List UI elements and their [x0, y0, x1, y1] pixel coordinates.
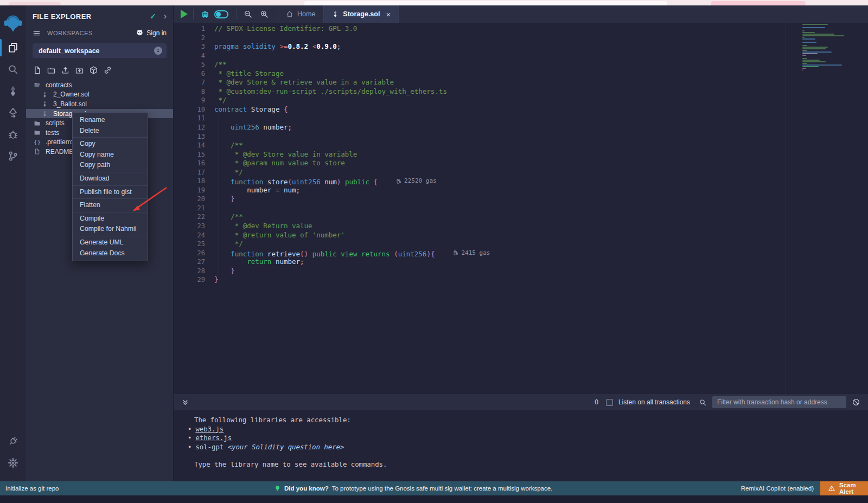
- check-icon[interactable]: ✓: [150, 12, 156, 21]
- code-line: 5/**: [174, 60, 868, 69]
- rail-item-plugin-manager[interactable]: [0, 430, 26, 452]
- ai-copilot-robot-icon[interactable]: [197, 5, 213, 23]
- line-number[interactable]: 20: [174, 195, 205, 204]
- copilot-toggle[interactable]: [214, 10, 228, 18]
- workspace-name: default_workspace: [39, 47, 154, 55]
- context-menu-compile[interactable]: Compile: [73, 214, 148, 224]
- zoom-in-button[interactable]: [256, 5, 272, 23]
- minimap[interactable]: [802, 24, 848, 71]
- code-line: 27 return number;: [174, 257, 868, 267]
- rail-item-debugger[interactable]: [0, 124, 26, 145]
- context-menu-delete[interactable]: Delete: [73, 126, 148, 137]
- line-number[interactable]: 6: [174, 69, 205, 79]
- rail-item-git[interactable]: [0, 145, 26, 167]
- context-menu-flatten[interactable]: Flatten: [73, 200, 148, 211]
- init-git-repo-button[interactable]: Initialize as git repo: [5, 485, 59, 492]
- new-file-icon[interactable]: [33, 66, 42, 75]
- chevron-right-icon[interactable]: ›: [164, 13, 167, 20]
- home-icon: [286, 10, 293, 18]
- upload-folder-icon[interactable]: [75, 66, 84, 75]
- context-menu-compile-for-nahmii[interactable]: Compile for Nahmii: [73, 224, 148, 235]
- cube-icon[interactable]: [89, 66, 98, 75]
- rail-item-deploy-run[interactable]: [0, 102, 26, 124]
- tab-storage-sol[interactable]: Storage.sol×: [323, 5, 399, 23]
- code-line: 10contract Storage {: [174, 105, 868, 114]
- context-menu-copy[interactable]: Copy: [73, 139, 148, 150]
- context-menu-copy-path[interactable]: Copy path: [73, 160, 148, 171]
- line-number[interactable]: 14: [174, 141, 205, 150]
- sign-in-button[interactable]: Sign in: [136, 28, 167, 38]
- terminal-search-icon[interactable]: [699, 398, 707, 407]
- rail-item-settings[interactable]: [0, 452, 26, 474]
- line-number[interactable]: 24: [174, 231, 205, 240]
- line-number[interactable]: 22: [174, 212, 205, 222]
- line-number[interactable]: 9: [174, 96, 205, 105]
- tab-home[interactable]: Home: [278, 5, 323, 23]
- line-number[interactable]: 7: [174, 78, 205, 87]
- context-menu-generate-docs[interactable]: Generate Docs: [73, 248, 148, 259]
- context-menu-rename[interactable]: Rename: [73, 115, 148, 126]
- hamburger-menu-icon[interactable]: [33, 29, 41, 37]
- line-number[interactable]: 29: [174, 275, 205, 285]
- pages-icon: [7, 42, 19, 54]
- rail-item-search[interactable]: [0, 59, 26, 80]
- tree-item-contracts[interactable]: contracts: [26, 80, 173, 90]
- context-menu-publish-file-to-gist[interactable]: Publish file to gist: [73, 187, 148, 198]
- line-number[interactable]: 13: [174, 132, 205, 141]
- line-number[interactable]: 5: [174, 60, 205, 69]
- context-menu-download[interactable]: Download: [73, 173, 148, 184]
- tree-item-2-owner-sol[interactable]: 2_Owner.sol: [26, 90, 173, 100]
- line-number[interactable]: 27: [174, 257, 205, 267]
- listen-transactions-checkbox[interactable]: [606, 399, 613, 406]
- tab-label: Storage.sol: [343, 10, 380, 18]
- close-tab-icon[interactable]: ×: [386, 10, 391, 19]
- clear-console-icon[interactable]: [852, 398, 860, 407]
- icon-sidebar: [0, 5, 26, 481]
- new-folder-icon[interactable]: [47, 66, 56, 75]
- line-number[interactable]: 21: [174, 204, 205, 213]
- line-number[interactable]: 1: [174, 24, 205, 34]
- code-line: 7 * @dev Store & retrieve value in a var…: [174, 78, 868, 87]
- link-icon[interactable]: [103, 66, 112, 75]
- expand-terminal-icon[interactable]: [181, 398, 189, 407]
- line-number[interactable]: 15: [174, 150, 205, 159]
- scam-alert-button[interactable]: Scam Alert: [820, 481, 868, 495]
- line-number[interactable]: 10: [174, 105, 205, 114]
- line-number[interactable]: 16: [174, 159, 205, 168]
- line-number[interactable]: 17: [174, 168, 205, 177]
- copilot-status[interactable]: RemixAI Copilot (enabled): [741, 485, 814, 492]
- rail-item-file-explorer[interactable]: [0, 37, 26, 59]
- terminal-output[interactable]: The following libraries are accessible: …: [174, 410, 868, 481]
- line-number[interactable]: 11: [174, 114, 205, 123]
- line-number[interactable]: 8: [174, 87, 205, 96]
- context-menu-generate-uml[interactable]: Generate UML: [73, 237, 148, 248]
- tree-item-3-ballot-sol[interactable]: 3_Ballot.sol: [26, 99, 173, 109]
- line-number[interactable]: 26: [174, 249, 205, 258]
- rail-item-solidity-compiler[interactable]: [0, 80, 26, 102]
- line-number[interactable]: 18: [174, 177, 205, 186]
- upload-file-icon[interactable]: [61, 66, 70, 75]
- line-number[interactable]: 4: [174, 51, 205, 61]
- workspace-sort-icon[interactable]: [154, 47, 162, 55]
- browser-chrome-strip: [0, 0, 868, 5]
- transaction-filter-input[interactable]: [712, 396, 846, 408]
- menu-divider: [73, 137, 148, 138]
- workspace-select[interactable]: default_workspace: [33, 43, 167, 58]
- line-number[interactable]: 25: [174, 240, 205, 249]
- line-number[interactable]: 28: [174, 267, 205, 276]
- zoom-out-button[interactable]: [240, 5, 256, 23]
- line-number[interactable]: 23: [174, 222, 205, 231]
- line-number[interactable]: 2: [174, 34, 205, 43]
- line-number[interactable]: 12: [174, 123, 205, 132]
- library-link[interactable]: web3.js: [195, 425, 224, 433]
- code-text: return number;: [205, 257, 304, 267]
- run-script-button[interactable]: [174, 5, 190, 23]
- context-menu-copy-name[interactable]: Copy name: [73, 150, 148, 160]
- library-link[interactable]: ethers.js: [195, 434, 232, 442]
- line-number[interactable]: 3: [174, 42, 205, 51]
- remix-ide-window: FILE EXPLORER ✓ › WORKSPACES Sign in def…: [0, 0, 868, 503]
- code-line: 29}: [174, 275, 868, 285]
- menu-divider: [73, 198, 148, 199]
- line-number[interactable]: 19: [174, 186, 205, 195]
- code-editor[interactable]: 1// SPDX-License-Identifier: GPL-3.023pr…: [174, 23, 868, 394]
